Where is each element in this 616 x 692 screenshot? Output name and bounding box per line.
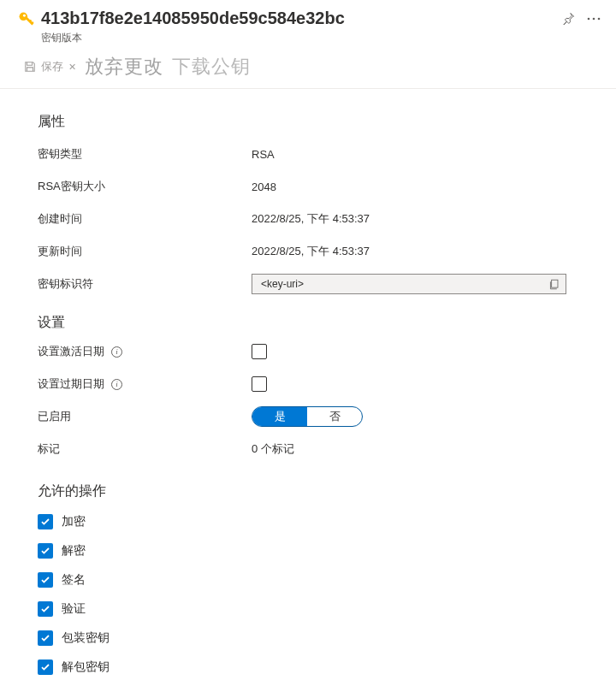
copy-icon: [548, 279, 560, 290]
op-label: 包装密钥: [62, 630, 110, 646]
row-created: 创建时间 2022/8/25, 下午 4:53:37: [38, 203, 582, 235]
rsa-size-value: 2048: [252, 180, 276, 193]
copy-button[interactable]: [542, 279, 566, 290]
download-button[interactable]: 下载公钥: [169, 54, 254, 80]
op-item: 验证: [38, 594, 582, 624]
op-checkbox[interactable]: [38, 514, 53, 529]
op-checkbox[interactable]: [38, 659, 53, 675]
save-button[interactable]: 保存 ✕: [21, 57, 80, 76]
updated-label: 更新时间: [38, 244, 252, 259]
created-value: 2022/8/25, 下午 4:53:37: [252, 211, 370, 227]
title-block: 413b17f8e2e14085950de59c584e32bc 密钥版本: [41, 7, 557, 45]
toolbar: 保存 ✕ 放弃更改 下载公钥: [0, 49, 616, 89]
activation-checkbox[interactable]: [252, 344, 267, 359]
op-item: 包装密钥: [38, 624, 582, 653]
close-icon: ✕: [68, 62, 76, 73]
section-attributes-title: 属性: [38, 113, 582, 131]
section-ops-title: 允许的操作: [38, 482, 582, 500]
row-key-type: 密钥类型 RSA: [38, 138, 582, 170]
tags-label: 标记: [38, 441, 252, 457]
key-type-value: RSA: [252, 148, 275, 161]
row-identifier: 密钥标识符 <key-uri>: [38, 268, 582, 300]
header-actions: [562, 7, 616, 25]
more-icon[interactable]: [587, 17, 601, 21]
enabled-label: 已启用: [38, 409, 252, 424]
save-label: 保存: [41, 59, 63, 74]
op-label: 签名: [62, 572, 86, 588]
svg-rect-8: [551, 280, 557, 287]
row-enabled: 已启用 是 否: [38, 400, 582, 433]
rsa-size-label: RSA密钥大小: [38, 179, 252, 194]
op-checkbox[interactable]: [38, 630, 53, 646]
op-checkbox[interactable]: [38, 601, 53, 617]
op-checkbox[interactable]: [38, 572, 53, 588]
row-rsa-size: RSA密钥大小 2048: [38, 170, 582, 203]
op-checkbox[interactable]: [38, 543, 53, 559]
content: 属性 密钥类型 RSA RSA密钥大小 2048 创建时间 2022/8/25,…: [0, 89, 616, 692]
svg-point-1: [23, 15, 26, 17]
identifier-value: <key-uri>: [252, 278, 542, 290]
op-label: 加密: [62, 514, 86, 529]
ops-list: 加密解密签名验证包装密钥解包密钥: [38, 507, 582, 682]
op-label: 解密: [62, 543, 86, 559]
expiry-label: 设置过期日期 i: [38, 376, 252, 392]
activation-label: 设置激活日期 i: [38, 344, 252, 359]
created-label: 创建时间: [38, 211, 252, 227]
page-subtitle: 密钥版本: [41, 31, 557, 45]
tags-value[interactable]: 0 个标记: [252, 441, 294, 457]
info-icon[interactable]: i: [111, 346, 122, 358]
svg-point-6: [593, 17, 595, 20]
op-item: 签名: [38, 565, 582, 594]
row-expiry: 设置过期日期 i: [38, 368, 582, 400]
row-updated: 更新时间 2022/8/25, 下午 4:53:37: [38, 235, 582, 268]
discard-button[interactable]: 放弃更改: [81, 54, 167, 80]
identifier-box: <key-uri>: [252, 274, 566, 294]
op-label: 验证: [62, 601, 86, 617]
enabled-no[interactable]: 否: [307, 407, 362, 426]
pin-icon[interactable]: [562, 12, 575, 25]
section-settings-title: 设置: [38, 314, 582, 332]
svg-point-7: [598, 17, 601, 20]
info-icon[interactable]: i: [111, 379, 122, 390]
op-item: 加密: [38, 507, 582, 536]
key-icon: [17, 10, 36, 29]
page-header: 413b17f8e2e14085950de59c584e32bc 密钥版本: [0, 0, 616, 49]
svg-point-5: [588, 17, 590, 20]
identifier-label: 密钥标识符: [38, 276, 252, 292]
page-title: 413b17f8e2e14085950de59c584e32bc: [41, 7, 557, 29]
op-item: 解密: [38, 536, 582, 565]
enabled-toggle[interactable]: 是 否: [252, 406, 363, 427]
save-icon: [24, 61, 36, 73]
updated-value: 2022/8/25, 下午 4:53:37: [252, 244, 370, 259]
row-activation: 设置激活日期 i: [38, 335, 582, 368]
row-tags: 标记 0 个标记: [38, 433, 582, 465]
op-label: 解包密钥: [62, 659, 110, 675]
key-type-label: 密钥类型: [38, 146, 252, 162]
enabled-yes[interactable]: 是: [252, 407, 307, 426]
op-item: 解包密钥: [38, 653, 582, 682]
expiry-checkbox[interactable]: [252, 376, 267, 392]
